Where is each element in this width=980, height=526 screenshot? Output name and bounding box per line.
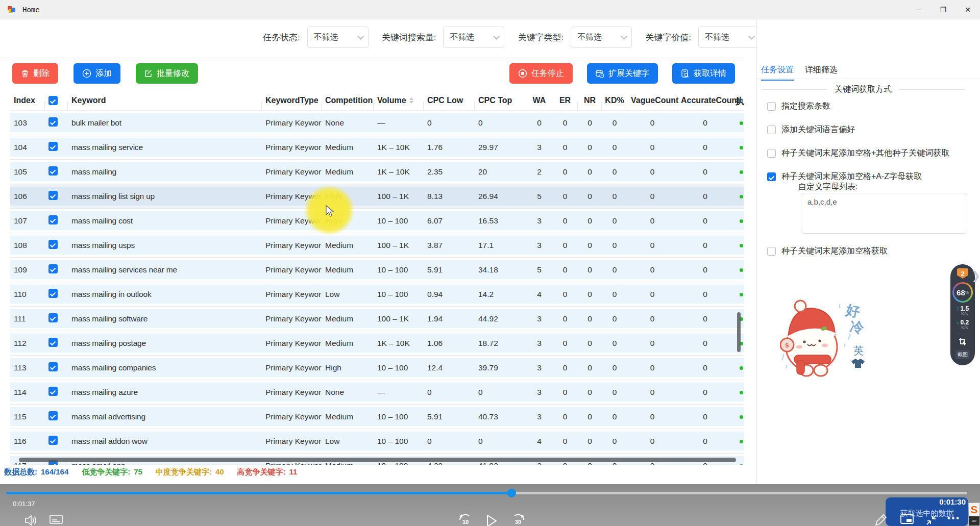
row-checkbox[interactable] bbox=[48, 387, 58, 396]
row-checkbox[interactable] bbox=[48, 411, 58, 420]
select-all-checkbox[interactable] bbox=[48, 96, 58, 105]
seek-bar[interactable] bbox=[6, 492, 967, 494]
row-checkbox[interactable] bbox=[48, 338, 58, 347]
right-panel: 任务设置详细筛选 关键词获取方式 指定搜索条数 添加关键词语言偏好 种子关键词末… bbox=[756, 19, 980, 484]
table-row[interactable]: 106 mass mailing list sign up Primary Ke… bbox=[10, 184, 744, 209]
cell-index: 113 bbox=[10, 363, 45, 372]
col-volume[interactable]: Volume bbox=[374, 96, 424, 105]
subtitle-icon[interactable] bbox=[49, 514, 63, 526]
cell-cpc-top: 17.1 bbox=[475, 241, 526, 250]
filter-select[interactable]: 不筛选 bbox=[571, 27, 632, 48]
option-checkbox[interactable] bbox=[767, 247, 776, 256]
col-er[interactable]: ER bbox=[552, 96, 578, 105]
stop-task-button[interactable]: 任务停止 bbox=[509, 63, 573, 84]
option-row[interactable]: 种子关键词末尾添加空格+其他种子关键词获取 bbox=[767, 148, 949, 159]
filter-select[interactable]: 不筛选 bbox=[698, 27, 760, 48]
option-checkbox[interactable] bbox=[767, 149, 776, 158]
row-checkbox[interactable] bbox=[48, 117, 58, 127]
col-wa[interactable]: WA bbox=[526, 96, 552, 105]
table-row[interactable]: 112 mass mailing postage Primary Keyword… bbox=[10, 331, 744, 356]
seek-handle[interactable] bbox=[507, 489, 516, 497]
col-cpc-top[interactable]: CPC Top bbox=[475, 96, 526, 105]
screenshot-crop-icon[interactable] bbox=[958, 337, 967, 348]
stat-item: 高竞争关键字:11 bbox=[237, 467, 298, 477]
col-accurate-count[interactable]: AccurateCount bbox=[677, 96, 733, 105]
chevron-down-icon bbox=[494, 33, 500, 40]
get-details-button[interactable]: 获取详情 bbox=[672, 63, 735, 84]
batch-edit-button[interactable]: 批量修改 bbox=[136, 63, 198, 84]
col-index[interactable]: Index bbox=[10, 96, 45, 105]
cell-index: 104 bbox=[10, 143, 45, 152]
add-button[interactable]: 添加 bbox=[74, 63, 120, 84]
cell-cpc-top: 0 bbox=[475, 388, 526, 397]
table-row[interactable]: 116 mass mail addon wow Primary Keyword … bbox=[10, 429, 744, 454]
option-checkbox[interactable] bbox=[767, 172, 776, 181]
horizontal-scrollbar[interactable] bbox=[19, 458, 736, 462]
chevron-right-icon[interactable]: ❯ bbox=[971, 269, 980, 283]
row-checkbox[interactable] bbox=[48, 264, 58, 273]
close-button[interactable]: ✕ bbox=[955, 0, 980, 19]
row-checkbox[interactable] bbox=[48, 240, 58, 249]
play-button[interactable] bbox=[485, 514, 498, 526]
table-row[interactable]: 103 bulk mailer bot Primary Keyword None… bbox=[10, 111, 744, 135]
cell-volume: 10 – 100 bbox=[374, 363, 424, 372]
table-row[interactable]: 114 mass mailing azure Primary Keyword N… bbox=[10, 380, 744, 405]
table-row[interactable]: 115 mass mail advertising Primary Keywor… bbox=[10, 405, 744, 429]
maximize-button[interactable]: ❐ bbox=[931, 0, 955, 19]
row-checkbox[interactable] bbox=[48, 313, 58, 322]
table-row[interactable]: 111 mass mailing software Primary Keywor… bbox=[10, 307, 744, 331]
table-row[interactable]: 108 mass mailing usps Primary Keyword Me… bbox=[10, 233, 744, 258]
col-cpc-low[interactable]: CPC Low bbox=[424, 96, 475, 105]
col-kd[interactable]: KD% bbox=[602, 96, 627, 105]
col-competition[interactable]: Competition bbox=[322, 96, 374, 105]
option-row[interactable]: 添加关键词语言偏好 bbox=[767, 124, 949, 135]
table-row[interactable]: 113 mass mailing companies Primary Keywo… bbox=[10, 356, 744, 380]
cell-keyword-type: Primary Keyword bbox=[262, 339, 322, 348]
row-checkbox[interactable] bbox=[48, 436, 58, 445]
cell-accurate-count: 0 bbox=[677, 388, 733, 397]
table-row[interactable]: 107 mass mailing cost Primary Keyword Hi… bbox=[10, 209, 744, 233]
row-checkbox[interactable] bbox=[48, 215, 58, 224]
row-checkbox[interactable] bbox=[48, 142, 58, 151]
option-row[interactable]: 种子关键词末尾添加空格获取 bbox=[767, 246, 888, 257]
row-checkbox[interactable] bbox=[48, 166, 58, 176]
col-keyword[interactable]: Keyword bbox=[68, 96, 262, 105]
option-row[interactable]: 种子关键词末尾添加空格+A-Z字母获取 bbox=[767, 171, 949, 182]
minimize-button[interactable]: ─ bbox=[906, 0, 931, 19]
cell-volume: 10 – 100 bbox=[374, 437, 424, 446]
custom-letters-input[interactable]: a,b,c,d,e bbox=[801, 193, 967, 234]
row-checkbox[interactable] bbox=[48, 289, 58, 298]
table-row[interactable]: 105 mass mailing Primary Keyword Medium … bbox=[10, 160, 744, 184]
col-keyword-type[interactable]: KeywordType bbox=[262, 96, 322, 105]
divider bbox=[757, 79, 980, 79]
col-vague-count[interactable]: VagueCount bbox=[627, 96, 677, 105]
table-row[interactable]: 110 mass mailing in outlook Primary Keyw… bbox=[10, 282, 744, 307]
rewind-10-button[interactable]: 10 bbox=[458, 514, 473, 526]
option-checkbox[interactable] bbox=[767, 126, 776, 134]
vertical-scrollbar[interactable] bbox=[737, 312, 741, 352]
plus-circle-icon bbox=[82, 69, 91, 78]
exit-fullscreen-icon[interactable] bbox=[925, 514, 938, 526]
option-row[interactable]: 指定搜索条数 bbox=[767, 101, 949, 112]
monitor-icon[interactable] bbox=[900, 514, 914, 526]
row-checkbox[interactable] bbox=[48, 362, 58, 371]
stat-item: 低竞争关键字:75 bbox=[82, 467, 142, 477]
volume-icon[interactable] bbox=[23, 514, 38, 526]
expand-keywords-button[interactable]: 扩展关键字 bbox=[587, 63, 658, 84]
svg-text:英: 英 bbox=[853, 345, 864, 356]
table-row[interactable]: 104 mass mailing service Primary Keyword… bbox=[10, 135, 744, 160]
table-row[interactable]: 109 mass mailing services near me Primar… bbox=[10, 258, 744, 282]
col-nr[interactable]: NR bbox=[578, 96, 602, 105]
row-checkbox[interactable] bbox=[48, 191, 58, 200]
delete-button[interactable]: 删除 bbox=[12, 63, 58, 84]
forward-30-button[interactable]: 30 bbox=[510, 514, 526, 526]
filter-select[interactable]: 不筛选 bbox=[307, 27, 369, 48]
filter-label: 任务状态: bbox=[263, 32, 300, 43]
sort-icons[interactable] bbox=[409, 97, 413, 104]
filter-select[interactable]: 不筛选 bbox=[443, 27, 504, 48]
option-checkbox[interactable] bbox=[767, 102, 776, 111]
more-options-icon[interactable]: ••• bbox=[947, 514, 961, 523]
col-select[interactable] bbox=[45, 96, 68, 105]
pencil-icon[interactable] bbox=[874, 514, 887, 526]
cell-er: 0 bbox=[552, 314, 578, 323]
